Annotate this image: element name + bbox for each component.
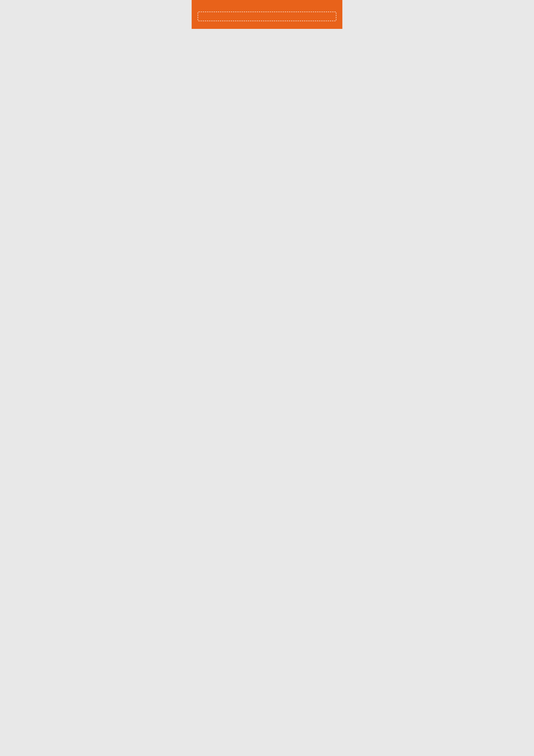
poster	[191, 0, 343, 29]
content-box	[198, 12, 336, 21]
